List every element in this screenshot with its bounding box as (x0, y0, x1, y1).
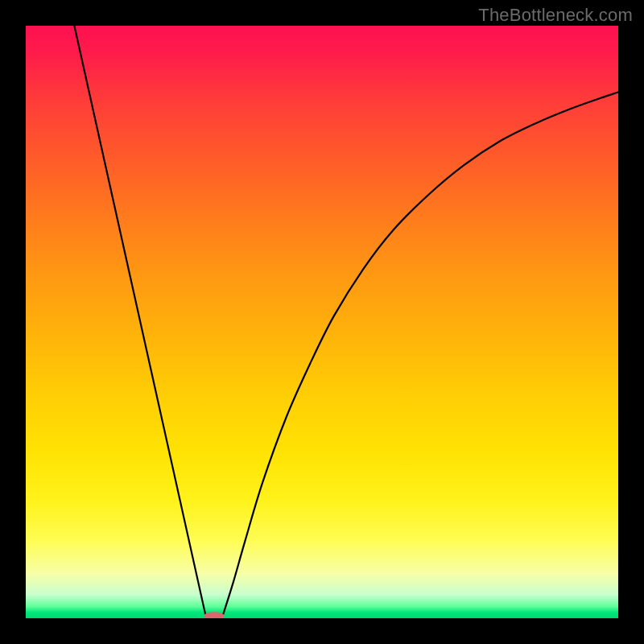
minimum-marker (204, 612, 225, 618)
marker-layer (26, 26, 618, 618)
watermark-text: TheBottleneck.com (478, 5, 633, 26)
plot-area (26, 26, 618, 618)
chart-frame: TheBottleneck.com (0, 0, 644, 644)
